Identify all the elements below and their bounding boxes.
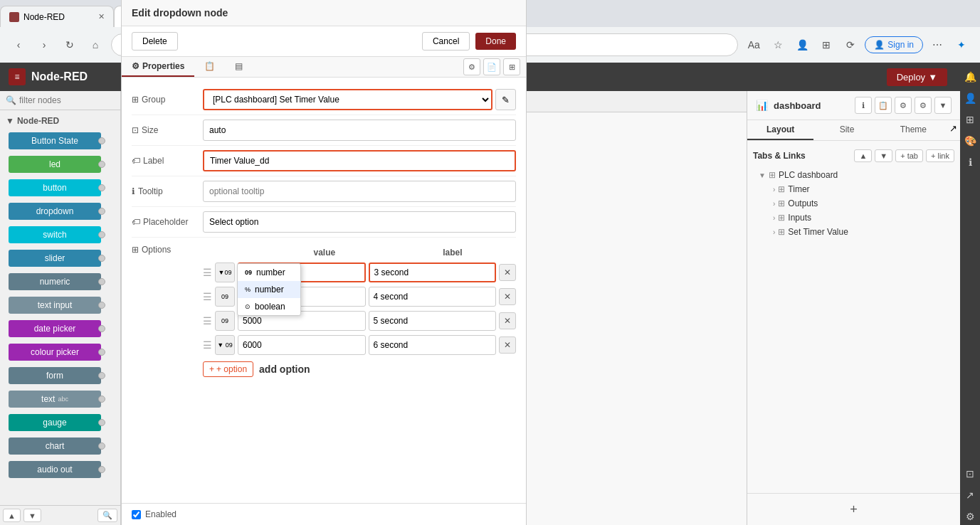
user-icon[interactable]: 👤: [961, 90, 979, 107]
tree-item-plc-dashboard[interactable]: ▼ ⊞ PLC dashboard: [753, 168, 954, 182]
tab-description[interactable]: 📋: [194, 57, 225, 77]
node-chip-form[interactable]: form: [9, 367, 101, 384]
list-item[interactable]: button: [3, 176, 117, 199]
drag-handle-2[interactable]: ☰: [203, 291, 212, 302]
drag-handle-1[interactable]: ☰: [203, 267, 212, 278]
move-up-button[interactable]: ▲: [854, 149, 872, 162]
tab-node-red[interactable]: Node-RED ✕: [0, 6, 114, 27]
tooltip-input[interactable]: [203, 181, 516, 202]
node-chip-slider[interactable]: slider: [9, 250, 101, 267]
node-chip-audio-out[interactable]: audio out: [9, 461, 101, 478]
tab-site[interactable]: Site: [813, 120, 880, 140]
node-chip-numeric[interactable]: numeric: [9, 273, 101, 290]
deploy-button[interactable]: Deploy ▼: [887, 68, 947, 86]
add-tab-button[interactable]: + tab: [895, 149, 923, 162]
node-chip-text[interactable]: text abc: [9, 391, 101, 408]
tree-item-timer[interactable]: › ⊞ Timer: [753, 182, 954, 196]
tab-external-link[interactable]: ↗: [947, 120, 960, 140]
type-select-2[interactable]: 09: [215, 287, 235, 307]
list-item[interactable]: gauge: [3, 411, 117, 434]
profile-icon[interactable]: 👤: [792, 35, 812, 55]
node-chip-date-picker[interactable]: date picker: [9, 320, 101, 337]
notification-icon[interactable]: 🔔: [961, 68, 979, 85]
list-item[interactable]: text abc: [3, 388, 117, 410]
doc-icon-btn[interactable]: 📄: [483, 58, 500, 75]
settings2-button[interactable]: ⚙: [915, 97, 932, 114]
list-item[interactable]: form: [3, 364, 117, 387]
node-chip-switch[interactable]: switch: [9, 226, 101, 243]
add-item-button[interactable]: +: [844, 499, 864, 519]
type-popup-item-boolean[interactable]: ⊙ boolean: [238, 298, 300, 315]
tab-properties[interactable]: ⚙ Properties: [122, 57, 194, 77]
size-input[interactable]: [203, 120, 516, 141]
sidebar-scroll-down[interactable]: ▼: [23, 509, 41, 522]
label-input[interactable]: [203, 150, 516, 171]
type-popup-item-number[interactable]: % number: [238, 281, 300, 298]
config-button[interactable]: ⚙: [895, 97, 912, 114]
list-item[interactable]: colour picker: [3, 341, 117, 364]
home-button[interactable]: ⌂: [85, 35, 105, 55]
node-chip-chart[interactable]: chart: [9, 438, 101, 455]
tab-appearance[interactable]: ▤: [225, 57, 253, 77]
node-chip-led[interactable]: led: [9, 156, 101, 173]
done-button[interactable]: Done: [475, 33, 516, 50]
back-button[interactable]: ‹: [9, 35, 28, 55]
type-select-3[interactable]: 09: [215, 311, 235, 331]
fullscreen-icon[interactable]: ⊡: [961, 465, 979, 482]
option-value-4[interactable]: [238, 335, 366, 355]
option-remove-3[interactable]: ✕: [499, 312, 516, 329]
info-button[interactable]: ℹ: [855, 97, 872, 114]
enabled-checkbox[interactable]: [132, 510, 141, 519]
node-chip-button[interactable]: button: [9, 179, 101, 196]
option-label-1[interactable]: [369, 262, 497, 282]
tab-theme[interactable]: Theme: [880, 120, 947, 140]
node-chip-colour-picker[interactable]: colour picker: [9, 344, 101, 361]
info2-icon[interactable]: ℹ: [961, 154, 979, 171]
settings-icon-btn[interactable]: ⚙: [463, 58, 480, 75]
option-remove-2[interactable]: ✕: [499, 288, 516, 305]
option-remove-4[interactable]: ✕: [499, 336, 516, 354]
option-remove-1[interactable]: ✕: [499, 264, 516, 281]
extensions-icon[interactable]: ⊞: [816, 35, 836, 55]
node-chip-text-input[interactable]: text input: [9, 297, 101, 314]
option-label-4[interactable]: [369, 335, 497, 355]
option-label-2[interactable]: [369, 287, 497, 307]
settings-gear-icon[interactable]: ⚙: [961, 508, 979, 525]
group-select[interactable]: [PLC dashboard] Set Timer Value: [203, 89, 492, 110]
list-item[interactable]: numeric: [3, 270, 117, 293]
filter-nodes-input[interactable]: [19, 95, 115, 105]
node-chip-button-state[interactable]: Button State: [9, 132, 101, 149]
external-link-icon[interactable]: ↗: [961, 487, 979, 504]
export-button[interactable]: 📋: [875, 97, 892, 114]
list-item[interactable]: Button State: [3, 129, 117, 152]
more-options-icon[interactable]: ⋯: [927, 35, 947, 55]
node-chip-dropdown[interactable]: dropdown: [9, 203, 101, 220]
star-icon[interactable]: ☆: [768, 35, 788, 55]
drag-handle-3[interactable]: ☰: [203, 315, 212, 327]
list-item[interactable]: chart: [3, 435, 117, 457]
sign-in-button[interactable]: 👤 Sign in: [865, 36, 923, 53]
palette-icon[interactable]: 🎨: [961, 132, 979, 149]
placeholder-input[interactable]: [203, 211, 516, 233]
list-item[interactable]: switch: [3, 223, 117, 246]
list-item[interactable]: led: [3, 153, 117, 176]
nodes-icon[interactable]: ⊞: [961, 111, 979, 128]
search-button[interactable]: 🔍: [98, 509, 117, 522]
reload-button[interactable]: ↻: [60, 35, 80, 55]
type-select-1[interactable]: ▼ 09 09 number % number: [215, 262, 235, 282]
dashboard-section-title[interactable]: ▼ Node-RED: [0, 113, 120, 129]
add-option-button[interactable]: + + option: [203, 361, 253, 377]
chevron-button[interactable]: ▼: [934, 97, 952, 114]
add-link-button[interactable]: + link: [926, 149, 954, 162]
sync-icon[interactable]: ⟳: [841, 35, 860, 55]
list-item[interactable]: audio out: [3, 458, 117, 481]
tree-item-inputs[interactable]: › ⊞ Inputs: [753, 211, 954, 225]
close-tab-nr[interactable]: ✕: [98, 12, 105, 21]
move-down-button[interactable]: ▼: [875, 149, 892, 162]
list-item[interactable]: slider: [3, 247, 117, 270]
drag-handle-4[interactable]: ☰: [203, 339, 212, 351]
node-chip-gauge[interactable]: gauge: [9, 414, 101, 431]
option-label-3[interactable]: [369, 311, 497, 331]
cancel-button[interactable]: Cancel: [422, 32, 470, 51]
tree-item-set-timer[interactable]: › ⊞ Set Timer Value: [753, 225, 954, 239]
